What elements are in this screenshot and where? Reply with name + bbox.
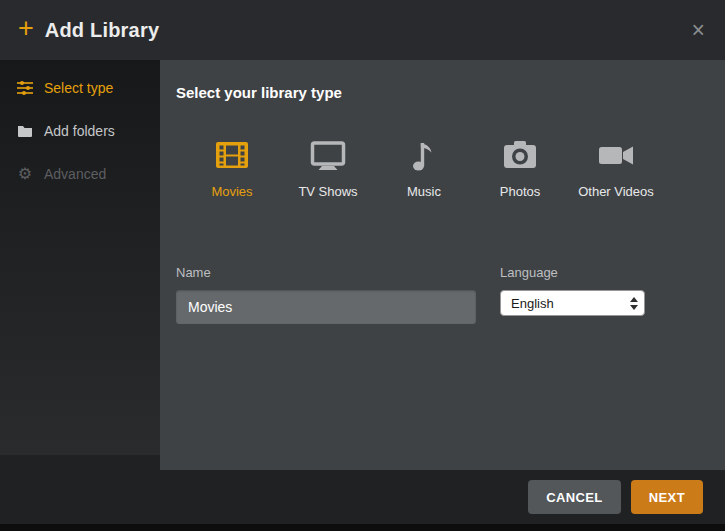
library-type-label: TV Shows (298, 184, 357, 199)
library-type-label: Photos (500, 184, 540, 199)
language-field-group: Language English (500, 265, 645, 324)
next-button[interactable]: NEXT (631, 480, 703, 514)
library-type-other-videos[interactable]: Other Videos (568, 135, 664, 199)
library-type-label: Movies (211, 184, 252, 199)
video-camera-icon (596, 135, 636, 175)
name-field-group: Name (176, 265, 476, 324)
music-note-icon (404, 135, 444, 175)
sidebar-item-add-folders[interactable]: Add folders (0, 109, 160, 152)
cancel-button[interactable]: CANCEL (528, 480, 621, 514)
select-stepper-icon (630, 297, 638, 310)
sidebar-item-label: Add folders (44, 123, 115, 139)
library-type-label: Music (407, 184, 441, 199)
library-type-photos[interactable]: Photos (472, 135, 568, 199)
field-row: Name Language English (176, 265, 701, 324)
sliders-icon (16, 80, 34, 96)
dialog-header: + Add Library × (0, 0, 725, 60)
gear-icon: ⚙ (16, 166, 34, 182)
plus-icon: + (18, 15, 34, 42)
panel-heading: Select your library type (176, 84, 701, 101)
language-select-value: English (511, 296, 554, 311)
film-icon (212, 135, 252, 175)
sidebar-item-label: Advanced (44, 166, 106, 182)
tv-icon (308, 135, 348, 175)
close-icon[interactable]: × (692, 19, 705, 42)
main-panel: Select your library type (160, 60, 725, 470)
window-edge (0, 524, 725, 531)
library-type-list: Movies TV Shows (184, 135, 701, 199)
folder-icon (16, 123, 34, 139)
library-type-tv-shows[interactable]: TV Shows (280, 135, 376, 199)
library-type-movies[interactable]: Movies (184, 135, 280, 199)
name-field-label: Name (176, 265, 476, 280)
add-library-dialog: + Add Library × (0, 0, 725, 531)
camera-icon (500, 135, 540, 175)
name-input[interactable] (176, 290, 476, 324)
dialog-footer: CANCEL NEXT (0, 470, 725, 524)
dialog-title: Add Library (45, 19, 159, 42)
dialog-body: Select type Add folders ⚙ Advanced Selec… (0, 60, 725, 470)
sidebar: Select type Add folders ⚙ Advanced (0, 60, 160, 455)
sidebar-item-advanced[interactable]: ⚙ Advanced (0, 152, 160, 195)
language-field-label: Language (500, 265, 645, 280)
sidebar-item-label: Select type (44, 80, 113, 96)
sidebar-item-select-type[interactable]: Select type (0, 66, 160, 109)
library-type-label: Other Videos (578, 184, 654, 199)
library-type-music[interactable]: Music (376, 135, 472, 199)
language-select[interactable]: English (500, 290, 645, 316)
